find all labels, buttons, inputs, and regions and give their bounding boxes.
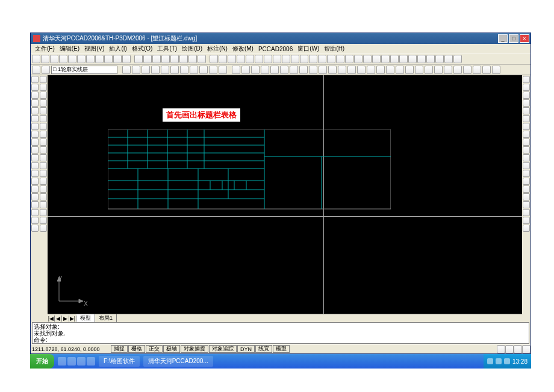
array-icon[interactable] — [270, 66, 279, 74]
print-icon[interactable] — [59, 55, 67, 63]
text-icon[interactable] — [219, 66, 227, 74]
taskbar-item-folder[interactable]: F:\绘图软件 — [99, 356, 140, 367]
tool-icon[interactable] — [523, 138, 530, 146]
menu-format[interactable]: 格式(O) — [130, 45, 154, 53]
tool-icon[interactable] — [31, 84, 39, 91]
tool-icon[interactable] — [40, 107, 47, 114]
open-icon[interactable] — [41, 55, 49, 63]
tool-icon[interactable] — [408, 55, 417, 63]
tool-icon[interactable] — [31, 154, 39, 161]
tool-icon[interactable] — [40, 154, 47, 161]
undo-icon[interactable] — [113, 55, 122, 63]
tool-icon[interactable] — [523, 217, 530, 224]
menu-pccad[interactable]: PCCAD2006 — [257, 46, 294, 52]
tool-icon[interactable] — [523, 131, 530, 138]
tab-nav-next[interactable]: ▶ — [62, 316, 69, 322]
tool-icon[interactable] — [426, 55, 435, 63]
tool-icon[interactable] — [31, 92, 39, 99]
erase-icon[interactable] — [232, 66, 240, 74]
tab-model[interactable]: 模型 — [76, 314, 95, 322]
break-icon[interactable] — [328, 66, 337, 74]
tool-icon[interactable] — [40, 209, 47, 216]
tool-icon[interactable] — [523, 193, 530, 201]
pline-icon[interactable] — [132, 66, 140, 74]
tool-icon[interactable] — [523, 84, 530, 91]
tool-icon[interactable] — [40, 131, 47, 138]
tool-icon[interactable] — [523, 225, 530, 232]
toggle-snap[interactable]: 捕捉 — [111, 345, 128, 353]
command-line[interactable]: 选择对象: 未找到对象. 命令: — [32, 322, 529, 344]
menu-tools[interactable]: 工具(T) — [155, 45, 179, 53]
tool-icon[interactable] — [367, 66, 375, 74]
hatch-icon[interactable] — [199, 66, 208, 74]
tool-icon[interactable] — [40, 225, 47, 232]
zoom-window-icon[interactable] — [152, 55, 161, 63]
paste-icon[interactable] — [95, 55, 104, 63]
layer-dropdown[interactable]: □ 1轮廓实线层 — [51, 66, 117, 74]
tool-icon[interactable] — [336, 55, 344, 63]
maximize-button[interactable]: □ — [509, 34, 518, 43]
drawing-canvas[interactable]: 首先画出标题栏表格 — [48, 75, 522, 314]
offset-icon[interactable] — [261, 66, 269, 74]
tool-icon[interactable] — [237, 55, 245, 63]
tool-icon[interactable] — [405, 66, 414, 74]
tool-icon[interactable] — [210, 55, 218, 63]
tool-icon[interactable] — [523, 170, 530, 177]
tool-icon[interactable] — [435, 55, 444, 63]
tool-icon[interactable] — [31, 225, 39, 232]
start-button[interactable]: 开始 — [30, 354, 54, 369]
titlebar[interactable]: 清华天河PCCAD2006&TH-P3DM2006 - [望江标题栏.dwg] … — [31, 33, 531, 44]
tool-icon[interactable] — [523, 123, 530, 130]
tool-icon[interactable] — [40, 123, 47, 130]
tab-nav-first[interactable]: |◀ — [48, 316, 55, 322]
tool-icon[interactable] — [523, 115, 530, 122]
minimize-button[interactable]: _ — [498, 34, 508, 43]
status-icon[interactable] — [497, 345, 505, 353]
tool-icon[interactable] — [399, 55, 408, 63]
tool-icon[interactable] — [40, 217, 47, 224]
preview-icon[interactable] — [68, 55, 76, 63]
tool-palette-icon[interactable] — [188, 55, 197, 63]
tool-icon[interactable] — [444, 55, 453, 63]
toggle-polar[interactable]: 极轴 — [163, 345, 180, 353]
tool-icon[interactable] — [40, 92, 47, 99]
cut-icon[interactable] — [77, 55, 86, 63]
tool-icon[interactable] — [482, 66, 491, 74]
tool-icon[interactable] — [31, 162, 39, 169]
tool-icon[interactable] — [40, 178, 47, 185]
tool-icon[interactable] — [31, 201, 39, 208]
tool-icon[interactable] — [40, 193, 47, 201]
tool-icon[interactable] — [318, 55, 326, 63]
tool-icon[interactable] — [523, 146, 530, 154]
toggle-dyn[interactable]: DYN — [237, 345, 255, 353]
tool-icon[interactable] — [453, 55, 462, 63]
tool-icon[interactable] — [523, 92, 530, 99]
scale-icon[interactable] — [299, 66, 308, 74]
tool-icon[interactable] — [31, 209, 39, 216]
ql-icon[interactable] — [58, 357, 66, 366]
ellipse-icon[interactable] — [190, 66, 198, 74]
tool-icon[interactable] — [417, 55, 426, 63]
copy-obj-icon[interactable] — [241, 66, 250, 74]
tool-icon[interactable] — [31, 131, 39, 138]
menu-window[interactable]: 窗口(W) — [296, 45, 321, 53]
tool-icon[interactable] — [523, 162, 530, 169]
menu-draw[interactable]: 绘图(D) — [180, 45, 204, 53]
tool-icon[interactable] — [453, 66, 462, 74]
tool-icon[interactable] — [523, 209, 530, 216]
properties-icon[interactable] — [170, 55, 179, 63]
tool-icon[interactable] — [300, 55, 308, 63]
explode-icon[interactable] — [357, 66, 366, 74]
tool-icon[interactable] — [523, 185, 530, 193]
tool-icon[interactable] — [463, 66, 472, 74]
tool-icon[interactable] — [372, 55, 381, 63]
new-icon[interactable] — [32, 55, 40, 63]
help-icon[interactable] — [198, 55, 206, 63]
tool-icon[interactable] — [273, 55, 281, 63]
tool-icon[interactable] — [31, 115, 39, 122]
layer-mgr-icon[interactable] — [32, 66, 40, 74]
tool-icon[interactable] — [40, 138, 47, 146]
trim-icon[interactable] — [309, 66, 317, 74]
tool-icon[interactable] — [492, 66, 500, 74]
tool-icon[interactable] — [523, 178, 530, 185]
